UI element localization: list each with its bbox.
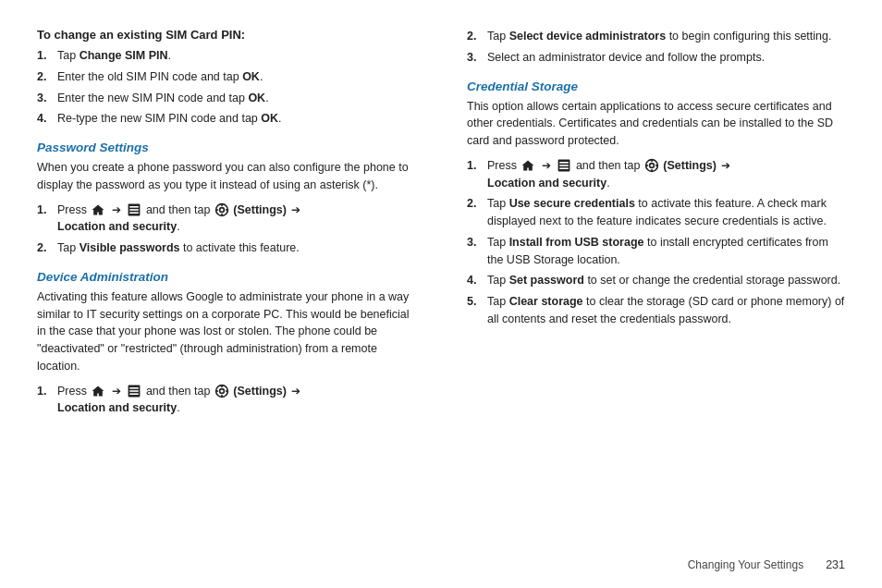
arrow-icon: ➔ bbox=[542, 157, 551, 174]
settings-icon bbox=[644, 158, 659, 173]
step-content: Enter the new SIM PIN code and tap OK. bbox=[57, 90, 415, 107]
footer: Changing Your Settings 231 bbox=[688, 558, 845, 571]
password-settings-body: When you create a phone password you can… bbox=[37, 159, 415, 194]
device-admin-steps: 1. Press ➔ and then tap bbox=[37, 383, 415, 418]
svg-rect-13 bbox=[130, 394, 140, 396]
page: To change an existing SIM Card PIN: 1. T… bbox=[0, 0, 882, 588]
step-num: 3. bbox=[467, 49, 487, 67]
arrow-icon: ➔ bbox=[112, 383, 121, 399]
sim-pin-section: To change an existing SIM Card PIN: 1. T… bbox=[37, 28, 415, 128]
step-num: 1. bbox=[37, 383, 57, 400]
svg-rect-12 bbox=[130, 390, 140, 392]
svg-point-15 bbox=[219, 389, 224, 394]
step-content: Tap Set password to set or change the cr… bbox=[487, 272, 845, 289]
step-content: Tap Clear storage to clear the storage (… bbox=[487, 293, 845, 328]
arrow-icon: ➔ bbox=[112, 202, 121, 218]
list-item: 1. Tap Change SIM PIN. bbox=[37, 47, 415, 65]
sim-pin-title: To change an existing SIM Card PIN: bbox=[37, 28, 415, 42]
list-item: 3. Enter the new SIM PIN code and tap OK… bbox=[37, 90, 415, 107]
sim-pin-steps: 1. Tap Change SIM PIN. 2. Enter the old … bbox=[37, 47, 415, 128]
footer-label: Changing Your Settings bbox=[688, 558, 803, 571]
settings-icon bbox=[214, 384, 229, 398]
step-content: Enter the old SIM PIN code and tap OK. bbox=[57, 68, 415, 86]
step-num: 1. bbox=[467, 157, 487, 175]
home-icon bbox=[91, 384, 105, 398]
step-num: 2. bbox=[37, 68, 57, 86]
step-content: Press ➔ and then tap bbox=[487, 157, 845, 192]
svg-rect-11 bbox=[130, 387, 140, 389]
device-admin-cont-steps: 2. Tap Select device administrators to b… bbox=[467, 28, 845, 67]
credential-storage-heading: Credential Storage bbox=[467, 80, 845, 93]
device-admin-body: Activating this feature allows Google to… bbox=[37, 288, 415, 375]
list-item: 2. Tap Use secure credentials to activat… bbox=[467, 195, 845, 230]
svg-rect-2 bbox=[130, 209, 140, 211]
step-num: 3. bbox=[467, 234, 487, 251]
step-content: Tap Change SIM PIN. bbox=[57, 47, 415, 65]
password-settings-steps: 1. Press ➔ and then tap bbox=[37, 202, 415, 257]
home-icon bbox=[521, 158, 535, 173]
step-num: 4. bbox=[37, 110, 57, 128]
menu-icon bbox=[127, 202, 141, 217]
step-content: Tap Install from USB storage to install … bbox=[487, 234, 845, 269]
list-item: 3. Tap Install from USB storage to insta… bbox=[467, 234, 845, 269]
svg-rect-1 bbox=[130, 206, 140, 208]
step-content: Tap Use secure credentials to activate t… bbox=[487, 195, 845, 230]
credential-storage-body: This option allows certain applications … bbox=[467, 98, 845, 150]
step-content: Select an administrator device and follo… bbox=[487, 49, 845, 67]
step-num: 4. bbox=[467, 272, 487, 289]
footer-page: 231 bbox=[826, 558, 845, 571]
step-content: Re-type the new SIM PIN code and tap OK. bbox=[57, 110, 415, 128]
list-item: 5. Tap Clear storage to clear the storag… bbox=[467, 293, 845, 328]
svg-rect-22 bbox=[560, 165, 570, 167]
credential-storage-section: Credential Storage This option allows ce… bbox=[467, 80, 845, 328]
step-num: 1. bbox=[37, 202, 57, 219]
step-num: 1. bbox=[37, 47, 57, 65]
password-settings-heading: Password Settings bbox=[37, 141, 415, 154]
credential-storage-steps: 1. Press ➔ and then tap bbox=[467, 157, 845, 328]
home-icon bbox=[91, 202, 105, 217]
list-item: 2. Tap Select device administrators to b… bbox=[467, 28, 845, 45]
list-item: 3. Select an administrator device and fo… bbox=[467, 49, 845, 67]
svg-point-5 bbox=[219, 208, 224, 213]
device-admin-section: Device Administration Activating this fe… bbox=[37, 270, 415, 417]
svg-point-25 bbox=[649, 164, 654, 168]
svg-rect-23 bbox=[560, 168, 570, 170]
list-item: 4. Tap Set password to set or change the… bbox=[467, 272, 845, 289]
list-item: 1. Press ➔ and then tap bbox=[467, 157, 845, 192]
step-num: 2. bbox=[467, 195, 487, 213]
arrow-icon2: ➔ bbox=[291, 202, 300, 218]
right-column: 2. Tap Select device administrators to b… bbox=[441, 28, 845, 570]
svg-rect-3 bbox=[130, 213, 140, 214]
list-item: 4. Re-type the new SIM PIN code and tap … bbox=[37, 110, 415, 128]
settings-icon bbox=[214, 202, 229, 217]
step-content: Tap Select device administrators to begi… bbox=[487, 28, 845, 45]
step-content: Press ➔ and then tap bbox=[57, 383, 415, 418]
svg-rect-21 bbox=[560, 162, 570, 164]
password-settings-section: Password Settings When you create a phon… bbox=[37, 141, 415, 257]
list-item: 1. Press ➔ and then tap bbox=[37, 383, 415, 418]
list-item: 2. Enter the old SIM PIN code and tap OK… bbox=[37, 68, 415, 86]
list-item: 1. Press ➔ and then tap bbox=[37, 202, 415, 237]
arrow-icon2: ➔ bbox=[721, 157, 730, 174]
left-column: To change an existing SIM Card PIN: 1. T… bbox=[37, 28, 441, 570]
step-content: Tap Visible passwords to activate this f… bbox=[57, 239, 415, 257]
arrow-icon2: ➔ bbox=[291, 383, 300, 399]
device-admin-continued: 2. Tap Select device administrators to b… bbox=[467, 28, 845, 67]
step-num: 5. bbox=[467, 293, 487, 311]
menu-icon bbox=[127, 384, 141, 398]
device-admin-heading: Device Administration bbox=[37, 270, 415, 284]
list-item: 2. Tap Visible passwords to activate thi… bbox=[37, 239, 415, 257]
menu-icon bbox=[557, 158, 571, 173]
step-num: 3. bbox=[37, 90, 57, 107]
step-num: 2. bbox=[37, 239, 57, 257]
step-num: 2. bbox=[467, 28, 487, 45]
step-content: Press ➔ and then tap bbox=[57, 202, 415, 237]
